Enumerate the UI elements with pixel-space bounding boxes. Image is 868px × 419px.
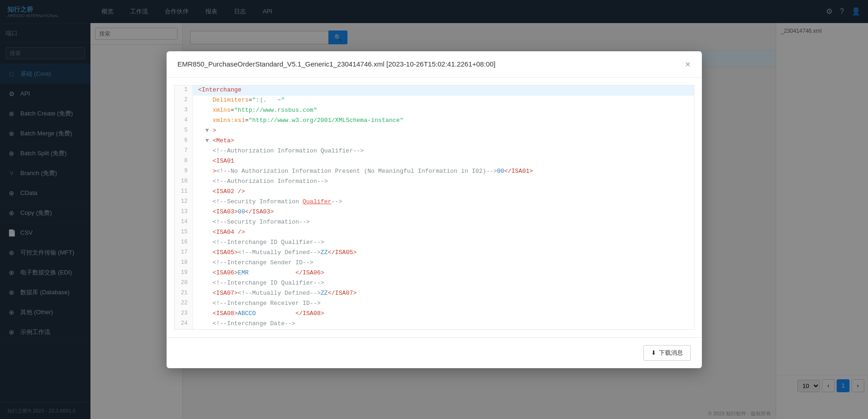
line-content-20: <!--Interchange ID Qualifier--> — [193, 279, 694, 289]
line-num-11: 11 — [174, 187, 193, 197]
code-line-2: 2 Delimiters=":|. ~" — [174, 96, 694, 106]
line-num-6: 6 — [174, 136, 193, 146]
line-num-2: 2 — [174, 96, 193, 106]
line-num-17: 17 — [174, 248, 193, 258]
line-content-12: <!--Security Information Qualifer--> — [193, 197, 694, 207]
download-button[interactable]: ⬇ 下载消息 — [643, 345, 691, 361]
line-num-3: 3 — [174, 106, 193, 116]
modal-body: 1 <Interchange 2 Delimiters=":|. ~" 3 xm… — [167, 78, 702, 337]
code-line-5: 5 ▼ > — [174, 126, 694, 136]
line-num-8: 8 — [174, 157, 193, 167]
code-line-7: 7 <!--Authorization Information Qualifie… — [174, 146, 694, 157]
line-num-7: 7 — [174, 146, 193, 157]
code-line-24: 24 <!--Interchange Date--> — [174, 319, 694, 329]
line-content-17: <ISA05><!--Mutually Defined-->ZZ</ISA05> — [193, 248, 694, 258]
modal-title: EMR850_PurchaseOrderStandard_V5.1_Generi… — [178, 60, 496, 68]
line-content-16: <!--Interchange ID Qualifier--> — [193, 238, 694, 248]
line-num-1: 1 — [174, 85, 193, 96]
line-content-23: <ISA08>ABCCO </ISA08> — [193, 309, 694, 319]
code-line-13: 13 <ISA03>00</ISA03> — [174, 207, 694, 218]
line-num-5: 5 — [174, 126, 193, 136]
code-line-23: 23 <ISA08>ABCCO </ISA08> — [174, 309, 694, 319]
line-num-13: 13 — [174, 207, 193, 218]
code-line-22: 22 <!--Interchange Receiver ID--> — [174, 299, 694, 309]
modal-header: EMR850_PurchaseOrderStandard_V5.1_Generi… — [167, 51, 702, 78]
download-label: 下载消息 — [659, 349, 683, 357]
line-num-22: 22 — [174, 299, 193, 309]
line-content-6: ▼ <Meta> — [193, 136, 694, 146]
code-line-16: 16 <!--Interchange ID Qualifier--> — [174, 238, 694, 248]
line-content-19: <ISA06>EMR </ISA06> — [193, 268, 694, 279]
line-num-20: 20 — [174, 279, 193, 289]
line-content-13: <ISA03>00</ISA03> — [193, 207, 694, 218]
code-line-14: 14 <!--Security Information--> — [174, 218, 694, 228]
line-content-3: xmlns="http://www.rssbus.com" — [193, 106, 694, 116]
line-content-10: <!--Authorization Information--> — [193, 177, 694, 187]
line-content-9: ><!--No Authorization Information Presen… — [193, 167, 694, 177]
code-line-6: 6 ▼ <Meta> — [174, 136, 694, 146]
code-line-11: 11 <ISA02 /> — [174, 187, 694, 197]
line-num-15: 15 — [174, 228, 193, 238]
line-num-24: 24 — [174, 319, 193, 329]
line-content-22: <!--Interchange Receiver ID--> — [193, 299, 694, 309]
modal-close-button[interactable]: × — [685, 60, 691, 69]
code-line-4: 4 xmlns:xsi="http://www.w3.org/2001/XMLS… — [174, 116, 694, 126]
code-line-18: 18 <!--Interchange Sender ID--> — [174, 258, 694, 268]
code-line-9: 9 ><!--No Authorization Information Pres… — [174, 167, 694, 177]
line-content-2: Delimiters=":|. ~" — [193, 96, 694, 106]
code-viewer[interactable]: 1 <Interchange 2 Delimiters=":|. ~" 3 xm… — [174, 85, 694, 330]
code-line-1: 1 <Interchange — [174, 85, 694, 96]
line-content-7: <!--Authorization Information Qualifier-… — [193, 146, 694, 157]
code-line-12: 12 <!--Security Information Qualifer--> — [174, 197, 694, 207]
line-num-14: 14 — [174, 218, 193, 228]
line-num-4: 4 — [174, 116, 193, 126]
code-line-8: 8 <ISA01 — [174, 157, 694, 167]
code-line-20: 20 <!--Interchange ID Qualifier--> — [174, 279, 694, 289]
line-content-21: <ISA07><!--Mutually Defined-->ZZ</ISA07> — [193, 289, 694, 299]
line-num-19: 19 — [174, 268, 193, 279]
modal-footer: ⬇ 下载消息 — [167, 337, 702, 368]
line-num-18: 18 — [174, 258, 193, 268]
line-num-23: 23 — [174, 309, 193, 319]
line-content-8: <ISA01 — [193, 157, 694, 167]
line-content-4: xmlns:xsi="http://www.w3.org/2001/XMLSch… — [193, 116, 694, 126]
line-content-1: <Interchange — [193, 85, 694, 96]
code-line-3: 3 xmlns="http://www.rssbus.com" — [174, 106, 694, 116]
line-content-5: ▼ > — [193, 126, 694, 136]
line-num-21: 21 — [174, 289, 193, 299]
line-content-14: <!--Security Information--> — [193, 218, 694, 228]
line-num-10: 10 — [174, 177, 193, 187]
code-line-19: 19 <ISA06>EMR </ISA06> — [174, 268, 694, 279]
line-content-15: <ISA04 /> — [193, 228, 694, 238]
line-content-18: <!--Interchange Sender ID--> — [193, 258, 694, 268]
line-num-16: 16 — [174, 238, 193, 248]
code-line-10: 10 <!--Authorization Information--> — [174, 177, 694, 187]
download-icon: ⬇ — [651, 349, 656, 356]
code-line-21: 21 <ISA07><!--Mutually Defined-->ZZ</ISA… — [174, 289, 694, 299]
modal: EMR850_PurchaseOrderStandard_V5.1_Generi… — [167, 51, 702, 368]
line-content-24: <!--Interchange Date--> — [193, 319, 694, 329]
line-num-12: 12 — [174, 197, 193, 207]
line-content-11: <ISA02 /> — [193, 187, 694, 197]
code-line-17: 17 <ISA05><!--Mutually Defined-->ZZ</ISA… — [174, 248, 694, 258]
line-num-9: 9 — [174, 167, 193, 177]
code-line-15: 15 <ISA04 /> — [174, 228, 694, 238]
modal-overlay[interactable]: EMR850_PurchaseOrderStandard_V5.1_Generi… — [0, 0, 868, 419]
